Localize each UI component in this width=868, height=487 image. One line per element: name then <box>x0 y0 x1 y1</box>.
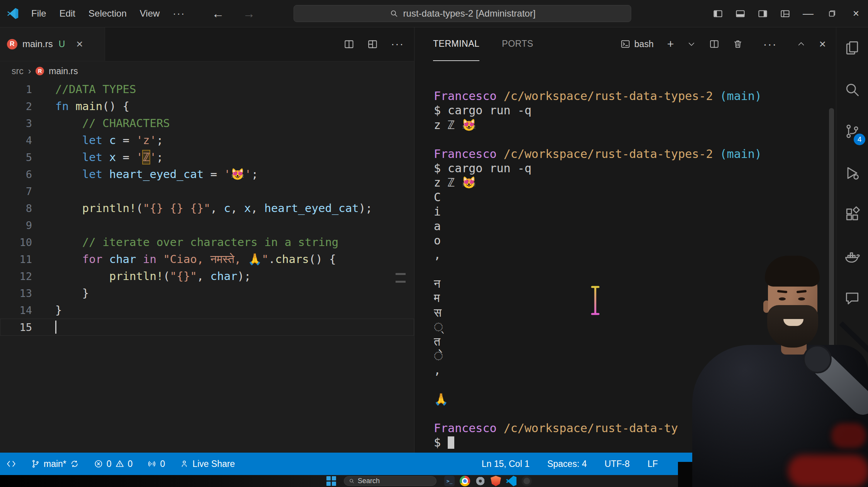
terminal-scrollbar[interactable] <box>829 108 834 371</box>
line-number: 14 <box>0 304 32 316</box>
terminal-line: म <box>434 291 826 305</box>
encoding[interactable]: UTF-8 <box>605 459 630 469</box>
code-line[interactable]: 4 let c = 'z'; <box>0 132 414 149</box>
terminal-line: $ cargo run -q <box>434 161 826 175</box>
toggle-sidebar-right-icon[interactable] <box>751 0 774 27</box>
live-share-status[interactable]: Live Share <box>180 453 235 475</box>
code-line[interactable]: 15 <box>0 319 414 336</box>
problems-status[interactable]: 0 0 <box>94 453 133 475</box>
code-line[interactable]: 5 let x = 'ℤ'; <box>0 149 414 166</box>
maximize-panel-chevron-up-icon[interactable] <box>797 40 805 48</box>
taskbar-search-label: Search <box>358 477 380 485</box>
terminal-output[interactable]: Francesco /c/workspace/rust-data-types-2… <box>434 89 826 453</box>
terminal-shell-selector[interactable]: bash <box>620 39 654 49</box>
remote-indicator[interactable] <box>6 453 16 475</box>
titlebar: File Edit Selection View ··· ← → rust-da… <box>0 0 868 27</box>
broadcast-status[interactable]: 0 <box>147 453 165 475</box>
line-number: 3 <box>0 117 32 129</box>
code-editor[interactable]: 1//DATA TYPES2fn main() {3 // CHARACTERS… <box>0 81 414 336</box>
extensions-icon[interactable] <box>843 205 861 224</box>
terminal-line: C <box>434 190 826 204</box>
editor-more-actions-icon[interactable]: ··· <box>391 38 404 50</box>
line-number: 12 <box>0 270 32 282</box>
code-line[interactable]: 9 <box>0 217 414 234</box>
menu-view[interactable]: View <box>133 0 166 27</box>
source-control-icon[interactable]: 4 <box>843 122 861 141</box>
chevron-down-icon[interactable] <box>687 40 696 48</box>
close-panel-icon[interactable]: × <box>819 38 826 50</box>
tab-main-rs[interactable]: main.rs U × <box>0 27 105 61</box>
window-restore-button[interactable] <box>820 0 844 27</box>
code-line[interactable]: 8 println!("{} {} {}", c, x, heart_eyed_… <box>0 200 414 217</box>
terminal-panel: TERMINAL PORTS bash + ··· <box>414 27 836 453</box>
mouse-cursor-ibeam <box>588 285 603 316</box>
menu-file[interactable]: File <box>25 0 53 27</box>
command-center-search[interactable]: rust-data-types-2 [Administrator] <box>294 5 631 22</box>
breadcrumb-file[interactable]: main.rs <box>49 66 78 76</box>
split-editor-icon[interactable] <box>344 39 354 49</box>
split-terminal-icon[interactable] <box>709 39 719 49</box>
taskbar-icon-chrome[interactable] <box>460 476 470 486</box>
menu-edit[interactable]: Edit <box>53 0 82 27</box>
kill-terminal-trash-icon[interactable] <box>733 39 743 49</box>
toggle-sidebar-left-icon[interactable] <box>707 0 729 27</box>
tab-close-icon[interactable]: × <box>76 38 83 50</box>
menu-selection[interactable]: Selection <box>82 0 133 27</box>
code-token <box>55 134 82 147</box>
explorer-icon[interactable] <box>843 39 861 57</box>
code-line[interactable]: 7 <box>0 183 414 200</box>
code-line[interactable]: 2fn main() { <box>0 98 414 115</box>
editor-layout-icon[interactable] <box>367 39 378 49</box>
cursor-position[interactable]: Ln 15, Col 1 <box>482 459 530 469</box>
code-token <box>55 236 82 249</box>
taskbar-icon-terminal[interactable] <box>444 476 455 486</box>
breadcrumb-folder[interactable]: src <box>12 66 24 76</box>
error-icon <box>94 459 103 468</box>
new-terminal-icon[interactable]: + <box>667 38 674 50</box>
breadcrumb[interactable]: src › main.rs <box>0 61 414 81</box>
workbench: main.rs U × ··· src › main.rs 1//DATA TY… <box>0 27 868 453</box>
search-icon[interactable] <box>843 80 861 99</box>
code-line[interactable]: 14} <box>0 302 414 319</box>
code-line[interactable]: 6 let heart_eyed_cat = '😻'; <box>0 166 414 183</box>
code-line[interactable]: 11 for char in "Ciao, नमस्ते, 🙏".chars()… <box>0 251 414 268</box>
comments-icon[interactable] <box>843 289 861 307</box>
toggle-panel-icon[interactable] <box>729 0 751 27</box>
line-number: 13 <box>0 287 32 299</box>
taskbar-icon-vscode[interactable] <box>506 476 516 486</box>
taskbar-icon-settings[interactable] <box>475 476 486 486</box>
docker-icon[interactable] <box>843 247 861 266</box>
code-token: x <box>244 202 251 215</box>
menu-more-icon[interactable]: ··· <box>166 8 192 20</box>
code-line[interactable]: 3 // CHARACTERS <box>0 115 414 132</box>
run-debug-icon[interactable] <box>843 164 861 182</box>
terminal-line: Francesco /c/workspace/rust-data-types-2… <box>434 147 826 161</box>
terminal-token: स <box>434 306 442 319</box>
terminal-icon <box>620 39 630 49</box>
windows-start-icon[interactable] <box>326 476 336 486</box>
customize-layout-icon[interactable] <box>774 0 796 27</box>
line-number: 10 <box>0 236 32 248</box>
terminal-more-actions-icon[interactable]: ··· <box>756 38 783 50</box>
tab-terminal[interactable]: TERMINAL <box>433 27 479 61</box>
taskbar-icon-camera[interactable] <box>521 476 532 486</box>
code-token: ' <box>136 151 143 164</box>
terminal-token: z ℤ 😻 <box>434 176 476 189</box>
code-line[interactable]: 12 println!("{}", char); <box>0 268 414 285</box>
taskbar-search[interactable]: Search <box>344 476 437 486</box>
code-line[interactable]: 1//DATA TYPES <box>0 81 414 98</box>
taskbar-icon-security[interactable] <box>491 476 501 486</box>
eol-sequence[interactable]: LF <box>647 459 658 469</box>
window-minimize-button[interactable]: — <box>796 0 820 27</box>
editor-tabbar: main.rs U × ··· <box>0 27 414 61</box>
terminal-token: a <box>434 219 441 233</box>
code-token: , <box>251 202 264 215</box>
tab-ports[interactable]: PORTS <box>502 27 533 61</box>
code-line[interactable]: 10 // iterate over characters in a strin… <box>0 234 414 251</box>
nav-back-icon[interactable]: ← <box>212 7 224 21</box>
indentation[interactable]: Spaces: 4 <box>547 459 587 469</box>
code-token: "{} {} {}" <box>143 202 211 215</box>
branch-status[interactable]: main* <box>31 453 79 475</box>
window-close-button[interactable]: × <box>844 0 868 27</box>
code-line[interactable]: 13 } <box>0 285 414 302</box>
